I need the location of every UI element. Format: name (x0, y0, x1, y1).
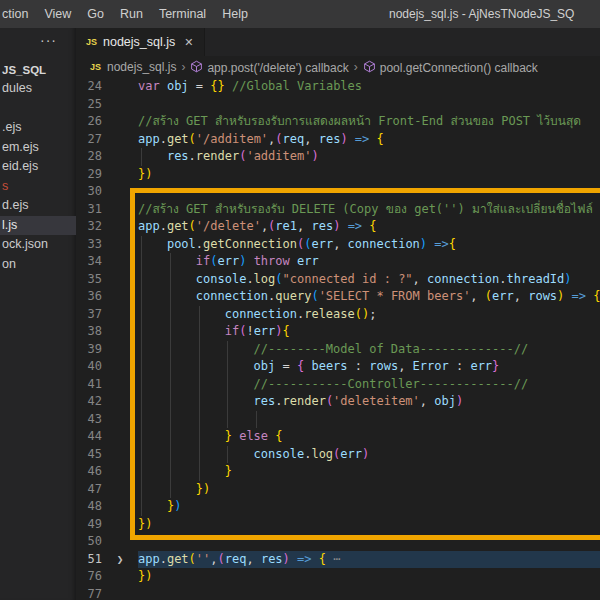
code-line-37[interactable]: 37 connection.release(); (76, 306, 600, 324)
code-line-36[interactable]: 36 connection.query('SELECT * FROM beers… (76, 288, 600, 306)
code-token: get (167, 219, 189, 233)
tab-close-icon[interactable]: ✕ (184, 36, 193, 49)
code-line-31[interactable]: 31//สร้าง GET สำหรับรองรับ DELETE (Copy … (76, 201, 600, 219)
file-tree-item[interactable]: ock.json (0, 235, 76, 255)
code-line-25[interactable]: 25 (76, 96, 600, 114)
code-token: } (492, 359, 499, 373)
code-token: getConnection (203, 237, 297, 251)
line-number[interactable]: 36 (76, 288, 102, 306)
code-line-77[interactable]: 77 (76, 586, 600, 600)
code-line-35[interactable]: 35 console.log("connected id : ?", conne… (76, 271, 600, 289)
line-number[interactable]: 42 (76, 393, 102, 411)
code-line-47[interactable]: 47 }) (76, 481, 600, 499)
indent-guide (199, 463, 200, 481)
code-line-30[interactable]: 30 (76, 183, 600, 201)
code-line-44[interactable]: 44 } else { (76, 428, 600, 446)
code-token: { (319, 552, 326, 566)
code-line-41[interactable]: 41 //-----------Controller-------------/… (76, 376, 600, 394)
code-line-42[interactable]: 42 res.render('deleteitem', obj) (76, 393, 600, 411)
menu-item-terminal[interactable]: Terminal (151, 7, 214, 21)
line-number[interactable]: 77 (76, 586, 102, 600)
menu-item-run[interactable]: Run (112, 7, 151, 21)
line-number[interactable]: 25 (76, 96, 102, 114)
line-number[interactable]: 24 (76, 78, 102, 96)
file-tree-item[interactable] (0, 99, 76, 119)
code-line-28[interactable]: 28 res.render('additem') (76, 148, 600, 166)
line-number[interactable]: 26 (76, 113, 102, 131)
code-line-38[interactable]: 38 if(!err){ (76, 323, 600, 341)
fold-chevron-icon[interactable]: ❯ (102, 551, 138, 569)
code-line-76[interactable]: 76}) (76, 568, 600, 586)
code-line-45[interactable]: 45 console.log(err) (76, 446, 600, 464)
menu-item-go[interactable]: Go (79, 7, 112, 21)
file-tree-item[interactable]: dules (0, 79, 76, 99)
line-number[interactable]: 33 (76, 236, 102, 254)
line-number[interactable]: 31 (76, 201, 102, 219)
line-number[interactable]: 51 (76, 551, 102, 569)
line-number[interactable]: 40 (76, 358, 102, 376)
line-number[interactable]: 48 (76, 498, 102, 516)
file-tree-item[interactable]: eid.ejs (0, 157, 76, 177)
line-number[interactable]: 30 (76, 183, 102, 201)
code-token: threadId (507, 272, 565, 286)
code-line-50[interactable]: 50 (76, 533, 600, 551)
code-line-40[interactable]: 40 obj = { beers : rows, Error : err} (76, 358, 600, 376)
code-line-43[interactable]: 43 (76, 411, 600, 429)
menu-item-view[interactable]: View (36, 7, 79, 21)
tab-nodejs-sql-js[interactable]: JS nodejs_sql.js ✕ (76, 28, 205, 56)
line-number[interactable]: 29 (76, 166, 102, 184)
code-line-49[interactable]: 49}) (76, 516, 600, 534)
menu-item-help[interactable]: Help (214, 7, 256, 21)
code-line-27[interactable]: 27app.get('/additem',(req, res) => { (76, 131, 600, 149)
code-line-46[interactable]: 46 } (76, 463, 600, 481)
fold-gutter (102, 586, 138, 600)
breadcrumb-file[interactable]: nodejs_sql.js (107, 60, 176, 74)
code-token (138, 359, 254, 373)
line-number[interactable]: 35 (76, 271, 102, 289)
line-number[interactable]: 45 (76, 446, 102, 464)
code-line-24[interactable]: 24var obj = {} //Global Variables (76, 78, 600, 96)
file-tree-item[interactable]: s (0, 177, 76, 197)
explorer-more-actions-icon[interactable]: ··· (40, 32, 70, 52)
line-number[interactable]: 50 (76, 533, 102, 551)
line-number[interactable]: 27 (76, 131, 102, 149)
menu-item-ction[interactable]: ction (0, 7, 36, 21)
line-number[interactable]: 47 (76, 481, 102, 499)
file-tree-item[interactable]: l.js (0, 216, 76, 236)
fold-gutter (102, 306, 138, 324)
line-number[interactable]: 32 (76, 218, 102, 236)
code-line-33[interactable]: 33 pool.getConnection((err, connection) … (76, 236, 600, 254)
indent-guide (199, 341, 200, 359)
line-number[interactable]: 41 (76, 376, 102, 394)
breadcrumb-symbol[interactable]: pool.getConnection() callback (363, 59, 538, 75)
code-token: , (246, 552, 260, 566)
code-token: => (572, 289, 586, 303)
code-editor[interactable]: 24var obj = {} //Global Variables2526//ส… (76, 78, 600, 600)
line-number[interactable]: 39 (76, 341, 102, 359)
code-line-32[interactable]: 32app.get('/delete',(re1, res) => { (76, 218, 600, 236)
code-token: get (167, 552, 189, 566)
file-tree-item[interactable]: d.ejs (0, 196, 76, 216)
code-line-26[interactable]: 26//สร้าง GET สำหรับรองรับการแสดงผลหน้า … (76, 113, 600, 131)
code-line-39[interactable]: 39 //--------Model of Data-------------/… (76, 341, 600, 359)
line-number[interactable]: 46 (76, 463, 102, 481)
line-number[interactable]: 43 (76, 411, 102, 429)
code-line-29[interactable]: 29}) (76, 166, 600, 184)
code-line-34[interactable]: 34 if(err) throw err (76, 253, 600, 271)
file-tree-item[interactable]: on (0, 255, 76, 275)
indent-guide (199, 428, 200, 446)
line-number[interactable]: 38 (76, 323, 102, 341)
line-number[interactable]: 44 (76, 428, 102, 446)
file-tree-item[interactable]: em.ejs (0, 138, 76, 158)
line-number[interactable]: 49 (76, 516, 102, 534)
explorer-section-header[interactable]: JS_SQL (0, 60, 78, 80)
code-line-51[interactable]: 51❯app.get('',(req, res) => { ⋯ (76, 551, 600, 569)
line-number[interactable]: 76 (76, 568, 102, 586)
breadcrumb-symbol[interactable]: app.post('/delete') callback (190, 59, 348, 75)
code-line-48[interactable]: 48 }) (76, 498, 600, 516)
line-number[interactable]: 28 (76, 148, 102, 166)
line-number[interactable]: 34 (76, 253, 102, 271)
file-tree-item[interactable]: .ejs (0, 118, 76, 138)
code-token (160, 79, 167, 93)
line-number[interactable]: 37 (76, 306, 102, 324)
